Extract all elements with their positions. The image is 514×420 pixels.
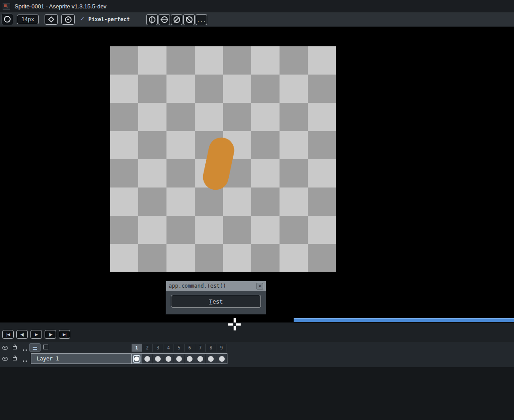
cel-dot-icon (166, 356, 171, 362)
titlebar: Sprite-0001 - Aseprite v1.3.15.5-dev (0, 0, 514, 12)
layer-lock-toggle[interactable] (11, 355, 19, 361)
symmetry-options: ... (146, 14, 207, 25)
brush-circle-icon (4, 16, 11, 22)
cel[interactable] (163, 354, 174, 364)
previous-frame-button[interactable]: ◀| (16, 330, 28, 339)
symmetry-diagonal-button[interactable] (171, 14, 182, 25)
horizontal-scrollbar[interactable] (0, 318, 514, 322)
eye-icon (2, 357, 8, 361)
cel-dot-icon (219, 356, 225, 362)
cel[interactable] (216, 354, 227, 364)
frame-header[interactable]: 1 (132, 344, 142, 352)
pixel-perfect-checkbox[interactable]: ✓ (80, 15, 85, 22)
dynamics-icon (65, 16, 72, 23)
cel[interactable] (206, 354, 216, 364)
dialog-title: app.command.Test() (169, 283, 226, 289)
brush-size-field[interactable]: 14px (17, 15, 39, 24)
cel-dot-icon (208, 356, 214, 362)
cel[interactable] (142, 354, 153, 364)
frame-header[interactable]: 8 (206, 344, 216, 352)
symmetry-more-button[interactable]: ... (196, 14, 207, 25)
brush-type-button[interactable] (1, 13, 13, 25)
workspace: app.command.Test() × Test (0, 27, 514, 318)
symmetry-vertical-icon (149, 16, 155, 23)
playback-bar: |◀ ◀| ▶ |▶ ▶| (0, 322, 514, 342)
cel-track (132, 354, 227, 364)
aseprite-window: Sprite-0001 - Aseprite v1.3.15.5-dev 14p… (0, 0, 514, 420)
layer-continuous-toggle[interactable] (19, 358, 27, 364)
app-icon (3, 3, 10, 10)
timeline-options-button[interactable] (29, 343, 41, 352)
selected-cel-ring (133, 355, 140, 363)
symmetry-antidiagonal-icon (186, 16, 193, 23)
script-dialog: app.command.Test() × Test (166, 281, 266, 315)
cel[interactable] (153, 354, 163, 364)
cel-dot-icon (134, 356, 139, 361)
cel-dot-icon (197, 356, 203, 362)
cel[interactable] (195, 354, 206, 364)
play-button[interactable]: ▶ (30, 330, 42, 339)
frame-header[interactable]: 2 (142, 344, 153, 352)
cel[interactable] (185, 354, 195, 364)
all-visibility-toggle[interactable] (1, 345, 9, 351)
bottom-panel (0, 367, 514, 420)
sprite-canvas[interactable] (110, 46, 336, 272)
symmetry-vertical-button[interactable] (146, 14, 158, 25)
symmetry-horizontal-button[interactable] (159, 14, 170, 25)
lock-icon (13, 346, 17, 349)
cel-dot-icon (176, 356, 182, 362)
frame-header[interactable]: 9 (216, 344, 227, 352)
next-frame-button[interactable]: |▶ (45, 330, 56, 339)
painted-stroke (200, 135, 237, 192)
window-title: Sprite-0001 - Aseprite v1.3.15.5-dev (15, 3, 106, 10)
frame-header[interactable]: 7 (195, 344, 206, 352)
layer-name[interactable]: Layer 1 (31, 354, 132, 364)
close-icon[interactable]: × (257, 283, 263, 289)
dialog-titlebar[interactable]: app.command.Test() × (166, 281, 266, 291)
eye-icon (2, 346, 8, 350)
layer-visibility-toggle[interactable] (1, 356, 9, 362)
dots-icon (23, 349, 24, 351)
timeline: 1 2 3 4 5 6 7 8 9 Layer 1 (0, 342, 514, 367)
ink-bucket-icon (48, 16, 54, 22)
last-frame-button[interactable]: ▶| (59, 330, 70, 339)
first-frame-button[interactable]: |◀ (2, 330, 14, 339)
test-button-mnemonic: T (209, 298, 212, 305)
scrollbar-thumb[interactable] (294, 318, 514, 322)
symmetry-antidiagonal-button[interactable] (183, 14, 195, 25)
lock-icon (13, 357, 17, 360)
frame-header[interactable]: 3 (153, 344, 163, 352)
pixel-perfect-label[interactable]: Pixel-perfect (88, 16, 130, 22)
layer-row: Layer 1 (31, 353, 227, 364)
cel[interactable] (174, 354, 185, 364)
all-lock-toggle[interactable] (11, 344, 19, 350)
frame-header[interactable]: 6 (185, 344, 195, 352)
dynamics-button[interactable] (61, 14, 75, 25)
symmetry-diagonal-icon (174, 16, 180, 23)
dialog-body: Test (166, 291, 266, 314)
cel[interactable] (132, 354, 142, 364)
cel-dot-icon (155, 356, 161, 362)
all-continuous-toggle[interactable] (19, 347, 27, 353)
ink-button[interactable] (45, 14, 58, 25)
symmetry-horizontal-icon (161, 16, 168, 23)
test-button[interactable]: Test (171, 295, 261, 308)
dots-icon (23, 360, 24, 362)
thumbnails-toggle[interactable] (43, 345, 48, 349)
layers-icon (33, 347, 37, 348)
frame-headers: 1 2 3 4 5 6 7 8 9 (132, 344, 227, 352)
cel-dot-icon (144, 356, 150, 362)
frame-header[interactable]: 5 (174, 344, 185, 352)
context-toolbar: 14px ✓ Pixel-perfect ... (0, 12, 514, 27)
test-button-label: est (212, 298, 223, 305)
frame-header[interactable]: 4 (163, 344, 174, 352)
cel-dot-icon (187, 356, 193, 362)
